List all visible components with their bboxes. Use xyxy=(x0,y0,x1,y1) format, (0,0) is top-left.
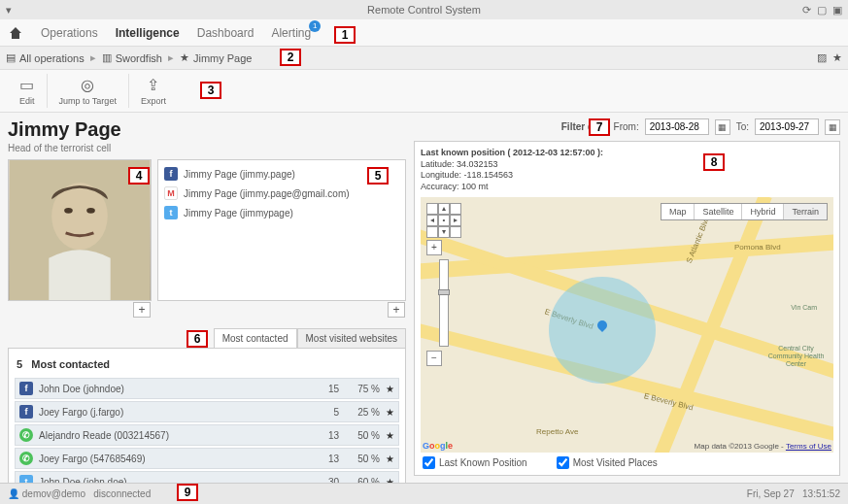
minimize-icon[interactable]: ▢ xyxy=(815,3,829,17)
breadcrumb-target[interactable]: ★ Jimmy Page xyxy=(180,51,253,64)
account-row[interactable]: f Jimmy Page (jimmy.page) xyxy=(162,164,401,184)
account-row[interactable]: t Jimmy Page (jimmypage) xyxy=(162,203,401,222)
zoom-slider[interactable] xyxy=(439,259,449,347)
filter-to-input[interactable] xyxy=(755,118,819,135)
status-user: demov@demo xyxy=(22,488,85,499)
terms-link[interactable]: Terms of Use xyxy=(786,442,831,451)
facebook-icon: f xyxy=(19,382,33,395)
jump-to-target-button[interactable]: ◎ Jump to Target xyxy=(48,74,129,108)
status-time: 13:51:52 xyxy=(802,488,840,499)
tab-most-contacted[interactable]: Most contacted xyxy=(214,328,297,349)
callout-3: 3 xyxy=(200,82,221,99)
target-icon: ◎ xyxy=(81,76,94,94)
titlebar: ▾ Remote Control System ⟳ ▢ ▣ xyxy=(0,0,848,19)
star-icon[interactable]: ★ xyxy=(832,51,842,64)
map-attribution: Map data ©2013 Google - Terms of Use xyxy=(695,442,831,451)
svg-point-2 xyxy=(64,208,73,214)
star-icon[interactable]: ★ xyxy=(386,454,394,464)
whatsapp-icon: ✆ xyxy=(19,428,33,442)
filter-from-input[interactable] xyxy=(645,118,709,135)
user-icon: 👤 xyxy=(8,488,19,499)
zoom-in-button[interactable]: + xyxy=(426,240,442,255)
nav-operations[interactable]: Operations xyxy=(41,26,98,40)
callout-8: 8 xyxy=(703,153,725,171)
whatsapp-icon: ✆ xyxy=(19,452,33,465)
chevron-right-icon: ▸ xyxy=(90,51,96,64)
contact-row[interactable]: ✆Joey Fargo (547685469)1350 %★ xyxy=(15,448,399,469)
nav-dashboard[interactable]: Dashboard xyxy=(197,26,254,40)
most-visited-places-checkbox[interactable]: Most Visited Places xyxy=(557,456,658,469)
home-icon[interactable] xyxy=(8,25,23,41)
breadcrumb-operation[interactable]: ▥ Swordfish xyxy=(102,51,162,64)
map-type-satellite[interactable]: Satellite xyxy=(695,204,742,219)
callout-4: 4 xyxy=(128,167,150,185)
export-icon: ⇪ xyxy=(147,76,159,94)
export-button[interactable]: ⇪ Export xyxy=(129,74,178,108)
calendar-icon[interactable]: ▦ xyxy=(715,119,730,135)
refresh-icon[interactable]: ⟳ xyxy=(799,3,813,17)
main-nav: Operations Intelligence Dashboard Alerti… xyxy=(0,19,848,47)
app-title: Remote Control System xyxy=(367,4,481,16)
pan-down-icon[interactable]: ▾ xyxy=(438,226,450,238)
pan-right-icon[interactable]: ▸ xyxy=(450,215,461,226)
map-panel: Last known position ( 2012-12-03 12:57:0… xyxy=(414,141,840,476)
map-type-hybrid[interactable]: Hybrid xyxy=(742,204,784,219)
pan-center-icon[interactable]: • xyxy=(438,215,450,226)
gmail-icon: M xyxy=(164,186,178,200)
contact-row[interactable]: ✆Alejandro Reade (003214567)1350 %★ xyxy=(15,424,399,446)
contact-count: 13 xyxy=(316,454,339,464)
map-canvas[interactable]: Pomona Blvd E Beverly Blvd E Beverly Blv… xyxy=(421,197,833,453)
edit-button[interactable]: ▭ Edit xyxy=(8,74,48,108)
calendar-icon[interactable]: ▦ xyxy=(825,119,840,135)
maximize-icon[interactable]: ▣ xyxy=(831,3,844,17)
map-type-selector: Map Satellite Hybrid Terrain xyxy=(661,203,828,220)
callout-1: 1 xyxy=(334,26,356,44)
contact-name: Joey Fargo (j.fargo) xyxy=(39,407,310,418)
toolbar: ▭ Edit ◎ Jump to Target ⇪ Export xyxy=(0,70,848,113)
star-icon[interactable]: ★ xyxy=(386,430,394,441)
callout-5: 5 xyxy=(367,167,389,185)
status-date: Fri, Sep 27 xyxy=(747,488,795,499)
star-icon[interactable]: ★ xyxy=(386,384,394,394)
contact-row[interactable]: fJoey Fargo (j.fargo)525 %★ xyxy=(15,401,399,422)
contact-count: 15 xyxy=(316,384,339,394)
picture-icon[interactable]: ▨ xyxy=(817,51,827,64)
star-icon[interactable]: ★ xyxy=(386,407,394,418)
contact-row[interactable]: fJohn Doe (johndoe)1575 %★ xyxy=(15,378,399,399)
chevron-right-icon: ▸ xyxy=(168,51,174,64)
account-row[interactable]: M Jimmy Page (jimmy.page@gmail.com) xyxy=(162,184,401,203)
contact-count: 5 xyxy=(316,407,339,418)
pan-up-icon[interactable]: ▴ xyxy=(438,203,450,215)
app-menu-icon[interactable]: ▾ xyxy=(6,4,12,17)
twitter-icon: t xyxy=(164,206,178,219)
edit-icon: ▭ xyxy=(19,76,34,94)
contact-name: Alejandro Reade (003214567) xyxy=(39,430,310,441)
callout-6: 6 xyxy=(187,330,208,348)
callout-9: 9 xyxy=(177,484,198,501)
pan-left-icon[interactable]: ◂ xyxy=(426,215,438,226)
nav-alerting[interactable]: Alerting 1 xyxy=(271,26,311,40)
map-controls: ▴ ◂•▸ ▾ + − xyxy=(426,203,461,366)
breadcrumb: ▤ All operations ▸ ▥ Swordfish ▸ ★ Jimmy… xyxy=(0,47,848,70)
map-type-map[interactable]: Map xyxy=(661,204,695,219)
callout-7: 7 xyxy=(589,118,610,136)
callout-2: 2 xyxy=(280,49,301,66)
contact-percent: 50 % xyxy=(345,430,380,441)
svg-point-3 xyxy=(86,208,95,214)
zoom-out-button[interactable]: − xyxy=(426,351,442,366)
contact-percent: 50 % xyxy=(345,454,380,464)
statusbar: 👤 demov@demo disconnected Fri, Sep 27 13… xyxy=(0,483,848,504)
nav-intelligence[interactable]: Intelligence xyxy=(116,26,180,40)
tab-most-visited[interactable]: Most visited websites xyxy=(297,328,406,349)
last-known-position-checkbox[interactable]: Last Known Position xyxy=(423,456,527,469)
breadcrumb-root[interactable]: ▤ All operations xyxy=(6,51,85,64)
contact-name: John Doe (johndoe) xyxy=(39,384,310,394)
target-name: Jimmy Page xyxy=(8,118,406,141)
facebook-icon: f xyxy=(19,405,33,419)
map-type-terrain[interactable]: Terrain xyxy=(784,204,827,219)
add-photo-button[interactable]: + xyxy=(133,302,151,318)
add-account-button[interactable]: + xyxy=(388,302,405,318)
map-position-info: Last known position ( 2012-12-03 12:57:0… xyxy=(421,148,833,193)
contacted-count: 5 xyxy=(17,358,22,370)
contacted-title: Most contacted xyxy=(31,358,110,370)
